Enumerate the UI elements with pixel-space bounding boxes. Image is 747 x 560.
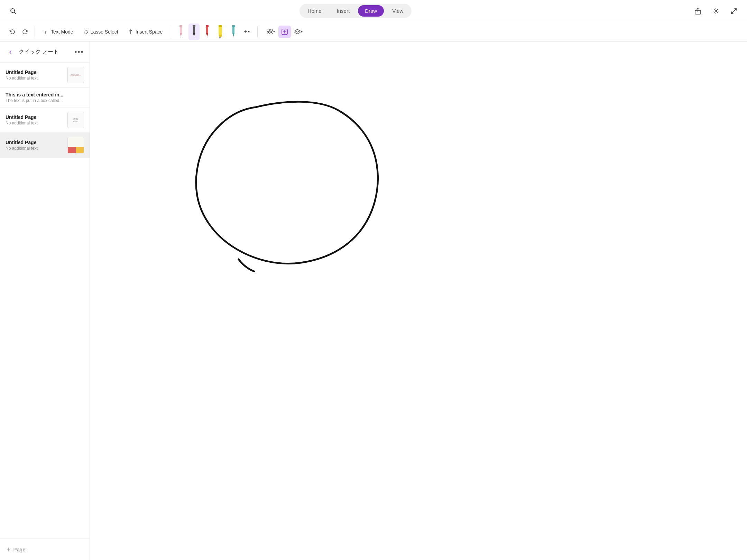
svg-line-5 [734,9,736,11]
svg-marker-11 [180,33,182,37]
tab-draw[interactable]: Draw [358,5,384,17]
svg-rect-25 [219,37,221,38]
share-button[interactable] [692,5,704,17]
page-title-3: Untitled Page [6,114,63,120]
lasso-select-button[interactable]: Lasso Select [79,27,122,37]
expand-button[interactable] [728,5,740,17]
divider-2 [171,26,171,37]
page-thumbnail-1: pen (on... [67,67,84,83]
teal-pencil-tool[interactable] [228,24,239,40]
sidebar-header-left: ‹ クイック ノート [6,47,59,57]
page-item[interactable]: Untitled Page No additional text dragaro… [0,108,90,133]
nav-right [692,5,740,17]
svg-marker-23 [219,35,222,37]
divider-3 [257,26,258,37]
svg-rect-16 [193,25,195,27]
svg-marker-27 [232,33,234,37]
page-subtitle-2: The text is put in a box called... [6,98,84,103]
nav-tabs: Home Insert Draw View [299,4,412,18]
toolbar: T Text Mode Lasso Select Insert Space [0,22,747,41]
page-title-4: Untitled Page [6,140,63,145]
svg-text:T: T [44,29,47,35]
shape-tools: ▾ ▾ [265,26,305,38]
page-item[interactable]: This is a text entered in... The text is… [0,88,90,108]
insert-space-button[interactable]: Insert Space [124,27,167,37]
page-title-1: Untitled Page [6,69,63,75]
red-pen-tool[interactable] [202,24,213,40]
svg-marker-29 [233,37,234,38]
undo-redo-group [7,26,30,37]
text-mode-button[interactable]: T Text Mode [39,27,77,37]
svg-marker-15 [193,33,195,37]
page-subtitle-4: No additional text [6,146,63,151]
drawn-tail [239,259,254,271]
drawn-circle [196,102,378,263]
layers-button[interactable]: ▾ [292,26,305,38]
svg-line-1 [14,12,16,13]
add-page-button[interactable]: + Page [6,544,27,554]
page-item[interactable]: Untitled Page No additional text [0,133,90,158]
back-button[interactable]: ‹ [6,47,15,57]
svg-point-31 [270,29,273,31]
tab-home[interactable]: Home [301,5,329,17]
page-item[interactable]: Untitled Page No additional text pen (on… [0,63,90,88]
divider-1 [35,26,35,37]
page-info-1: Untitled Page No additional text [6,69,63,81]
svg-rect-12 [179,25,182,27]
text-mode-label: Text Mode [51,29,73,35]
drawing-tools [175,24,239,40]
page-info-2: This is a text entered in... The text is… [6,92,84,103]
page-info-3: Untitled Page No additional text [6,114,63,125]
more-options-button[interactable]: ••• [74,47,84,57]
svg-line-6 [731,11,734,13]
add-page-label: Page [13,547,26,552]
shapes-dropdown-button[interactable]: ▾ [265,26,277,38]
drawing-canvas[interactable] [90,41,747,560]
settings-button[interactable] [710,5,722,17]
svg-marker-17 [194,37,194,38]
svg-marker-19 [206,33,208,37]
tab-view[interactable]: View [385,5,410,17]
undo-button[interactable] [7,26,18,37]
svg-rect-20 [206,25,209,27]
redo-button[interactable] [19,26,30,37]
page-title-2: This is a text entered in... [6,92,84,97]
svg-marker-21 [207,37,208,38]
page-subtitle-3: No additional text [6,121,63,125]
sidebar-title: クイック ノート [19,48,59,56]
svg-point-4 [715,10,717,12]
sidebar-pages: Untitled Page No additional text pen (on… [0,63,90,539]
lasso-label: Lasso Select [91,29,118,35]
tab-insert[interactable]: Insert [330,5,357,17]
top-nav: Home Insert Draw View [0,0,747,22]
svg-rect-28 [232,25,235,27]
page-thumbnail-4 [67,137,84,153]
yellow-highlighter-tool[interactable] [215,24,226,40]
svg-rect-30 [267,29,269,31]
annotate-button[interactable] [278,26,291,38]
canvas-area[interactable] [90,41,747,560]
svg-point-8 [84,30,87,34]
insert-space-label: Insert Space [136,29,163,35]
page-thumbnail-3: dragarou [67,112,84,128]
main-content: ‹ クイック ノート ••• Untitled Page No addition… [0,41,747,560]
page-subtitle-1: No additional text [6,76,63,81]
search-button[interactable] [7,5,19,17]
sidebar: ‹ クイック ノート ••• Untitled Page No addition… [0,41,90,560]
nav-left [7,5,19,17]
sidebar-header: ‹ クイック ノート ••• [0,41,90,63]
add-tool-button[interactable]: + ▾ [240,27,253,37]
pink-pen-tool[interactable] [175,24,186,40]
page-info-4: Untitled Page No additional text [6,140,63,151]
black-pen-tool[interactable] [188,24,200,40]
svg-rect-24 [219,25,222,27]
sidebar-footer: + Page [0,539,90,560]
svg-marker-13 [181,37,181,38]
